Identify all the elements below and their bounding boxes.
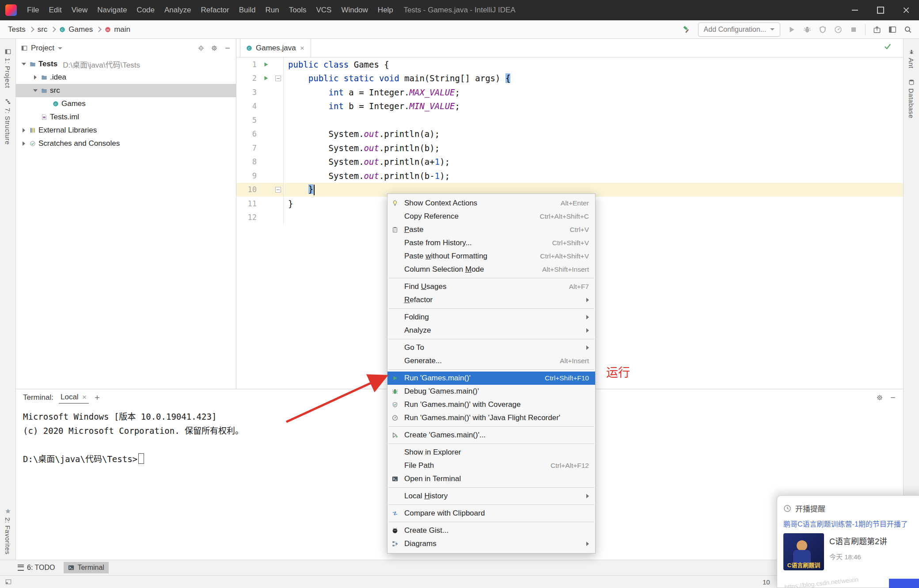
hide-panel-icon[interactable] — [890, 395, 896, 401]
code-line-4[interactable]: 4 int b = Integer.MIN_VALUE; — [236, 99, 903, 114]
fold-marker-icon[interactable] — [275, 76, 281, 81]
notification-link[interactable]: 鹏哥C语言刷题训练营-1期的节目开播了 — [783, 518, 919, 529]
hide-panel-icon[interactable] — [224, 45, 231, 51]
breadcrumb-main[interactable]: main — [114, 25, 130, 34]
menu-edit[interactable]: Edit — [44, 0, 66, 20]
menu-item-paste-without-formatting[interactable]: Paste without FormattingCtrl+Alt+Shift+V — [387, 250, 595, 263]
gear-icon[interactable] — [877, 395, 883, 401]
menu-item-paste-from-history[interactable]: Paste from History...Ctrl+Shift+V — [387, 236, 595, 250]
menu-vcs[interactable]: VCS — [311, 0, 336, 20]
menu-item-local-history[interactable]: Local History — [387, 489, 595, 503]
menu-run[interactable]: Run — [261, 0, 284, 20]
menu-item-go-to[interactable]: Go To — [387, 341, 595, 354]
close-button[interactable] — [893, 0, 919, 20]
search-everywhere-icon[interactable] — [904, 26, 912, 34]
code-line-2[interactable]: 2 public static void main(String[] args)… — [236, 72, 903, 86]
menu-item-find-usages[interactable]: Find UsagesAlt+F7 — [387, 280, 595, 293]
breadcrumb-tests[interactable]: Tests — [8, 25, 26, 34]
terminal-tab-local[interactable]: Local — [59, 391, 89, 404]
profiler-button-icon[interactable] — [834, 26, 842, 34]
terminal-tool-button[interactable]: Terminal — [64, 562, 108, 573]
fold-marker-icon[interactable] — [275, 187, 281, 193]
code-line-9[interactable]: 9 System.out.println(b-1); — [236, 169, 903, 183]
menu-navigate[interactable]: Navigate — [92, 0, 132, 20]
tree-toggle-icon[interactable] — [20, 141, 27, 146]
menu-refactor[interactable]: Refactor — [196, 0, 234, 20]
notification-video-row[interactable]: C语言刷题训 C语言刷题第2讲 今天 18:46 — [783, 533, 919, 570]
menu-item-show-context-actions[interactable]: Show Context ActionsAlt+Enter — [387, 197, 595, 210]
menu-item-run-games-main-with-coverage[interactable]: Run 'Games.main()' with Coverage — [387, 398, 595, 411]
tree-item-idea[interactable]: .idea — [16, 71, 236, 84]
tree-item-external-libraries[interactable]: External Libraries — [16, 124, 236, 137]
coverage-button-icon[interactable] — [819, 26, 827, 34]
menu-item-folding[interactable]: Folding — [387, 311, 595, 324]
tree-item-games[interactable]: CGames — [16, 97, 236, 110]
build-hammer-icon[interactable] — [683, 26, 691, 34]
code-line-7[interactable]: 7 System.out.println(b); — [236, 141, 903, 155]
code-line-3[interactable]: 3 int a = Integer.MAX_VALUE; — [236, 85, 903, 99]
code-line-5[interactable]: 5 — [236, 113, 903, 127]
tree-item-src[interactable]: src — [16, 84, 236, 97]
tool-stripe-database[interactable]: Database — [908, 79, 915, 118]
menu-item-show-in-explorer[interactable]: Show in Explorer — [387, 446, 595, 459]
locate-file-icon[interactable] — [198, 45, 204, 51]
menu-item-column-selection-mode[interactable]: Column Selection ModeAlt+Shift+Insert — [387, 263, 595, 276]
menu-item-debug-games-main[interactable]: Debug 'Games.main()' — [387, 385, 595, 398]
new-terminal-tab-icon[interactable] — [94, 395, 100, 401]
menu-item-diagrams[interactable]: Diagrams — [387, 537, 595, 550]
menu-item-create-games-main[interactable]: Create 'Games.main()'... — [387, 429, 595, 442]
menu-item-open-in-terminal[interactable]: Open in Terminal — [387, 472, 595, 486]
menu-item-create-gist[interactable]: Create Gist... — [387, 524, 595, 537]
run-gutter-icon[interactable] — [263, 75, 269, 81]
stop-button-icon[interactable] — [850, 26, 858, 34]
menu-help[interactable]: Help — [373, 0, 398, 20]
menu-item-file-path[interactable]: File PathCtrl+Alt+F12 — [387, 459, 595, 472]
tool-stripe-7-structure[interactable]: 7: Structure — [4, 99, 11, 145]
minimize-button[interactable] — [842, 0, 868, 20]
menu-file[interactable]: File — [22, 0, 44, 20]
layout-icon[interactable] — [889, 26, 896, 34]
tool-window-toggle-icon[interactable] — [5, 579, 11, 585]
tree-toggle-icon[interactable] — [20, 63, 27, 65]
menu-view[interactable]: View — [67, 0, 93, 20]
menu-item-refactor[interactable]: Refactor — [387, 293, 595, 307]
menu-item-copy-reference[interactable]: Copy ReferenceCtrl+Alt+Shift+C — [387, 210, 595, 223]
close-tab-icon[interactable] — [300, 46, 305, 51]
open-in-icon[interactable] — [873, 26, 881, 34]
tree-toggle-icon[interactable] — [32, 75, 38, 80]
notification-popup[interactable]: 开播提醒 鹏哥C语言刷题训练营-1期的节目开播了 C语言刷题训 C语言刷题第2讲… — [777, 495, 919, 588]
menu-item-paste[interactable]: PasteCtrl+V — [387, 223, 595, 236]
menu-tools[interactable]: Tools — [284, 0, 311, 20]
add-configuration-button[interactable]: Add Configuration... — [698, 23, 780, 37]
menu-build[interactable]: Build — [234, 0, 261, 20]
tree-item-scratches-and-consoles[interactable]: Scratches and Consoles — [16, 137, 236, 150]
close-tab-icon[interactable] — [82, 395, 87, 400]
tool-stripe-1-project[interactable]: 1: Project — [4, 49, 11, 88]
code-line-8[interactable]: 8 System.out.println(a+1); — [236, 155, 903, 169]
run-button-icon[interactable] — [788, 26, 796, 34]
gear-icon[interactable] — [211, 45, 217, 51]
menu-item-generate[interactable]: Generate...Alt+Insert — [387, 354, 595, 368]
code-line-6[interactable]: 6 System.out.println(a); — [236, 127, 903, 141]
tool-stripe-ant[interactable]: Ant — [908, 49, 915, 68]
project-view-dropdown-icon[interactable] — [58, 47, 62, 49]
tree-item-tests-iml[interactable]: Tests.iml — [16, 110, 236, 124]
editor-tab-games-java[interactable]: C Games.java — [240, 39, 311, 57]
video-thumbnail[interactable]: C语言刷题训 — [783, 533, 824, 570]
todo-tool-button[interactable]: 6: TODO — [13, 562, 59, 573]
menu-code[interactable]: Code — [132, 0, 159, 20]
code-line-1[interactable]: 1public class Games { — [236, 57, 903, 72]
menu-item-run-games-main-with-java-flight-recorder[interactable]: Run 'Games.main()' with 'Java Flight Rec… — [387, 411, 595, 425]
menu-item-analyze[interactable]: Analyze — [387, 324, 595, 337]
maximize-button[interactable] — [868, 0, 893, 20]
menu-window[interactable]: Window — [336, 0, 372, 20]
run-gutter-icon[interactable] — [263, 61, 269, 68]
tool-stripe-2-favorites[interactable]: 2: Favorites — [4, 508, 11, 554]
menu-item-compare-with-clipboard[interactable]: Compare with Clipboard — [387, 507, 595, 520]
menu-analyze[interactable]: Analyze — [159, 0, 196, 20]
tree-toggle-icon[interactable] — [32, 89, 38, 92]
menu-item-run-games-main[interactable]: Run 'Games.main()'Ctrl+Shift+F10 — [387, 372, 595, 385]
tree-item-tests[interactable]: TestsD:\桌面\java\代码\Tests — [16, 57, 236, 71]
tree-toggle-icon[interactable] — [20, 128, 27, 133]
breadcrumb-games[interactable]: Games — [68, 25, 93, 34]
